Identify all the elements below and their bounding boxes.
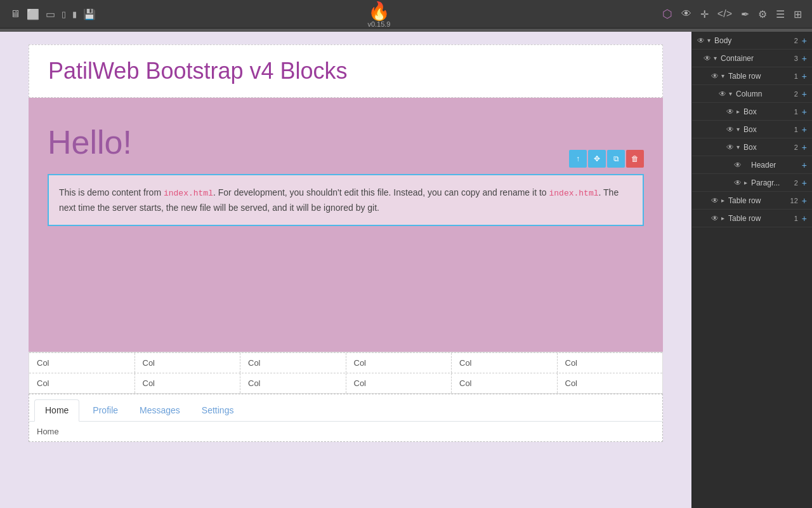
panel-count-box-3: 2 [794,144,798,151]
panel-add-tablerow-1[interactable]: + [802,71,807,81]
panel-add-container[interactable]: + [802,53,807,64]
move-button[interactable]: ✥ [588,150,606,168]
app-logo: 🔥 [368,1,390,22]
eye-icon-tablerow-3[interactable]: 👁 [711,214,719,223]
move-up-button[interactable]: ↑ [569,150,587,168]
eye-icon-box-2[interactable]: 👁 [726,125,734,134]
col-cell-1-4: Col [346,353,452,373]
chevron-tablerow-2: ▸ [721,197,724,204]
panel-label-box-2: Box [743,125,792,134]
shape-icon[interactable]: ⬡ [662,7,672,21]
home-content: Home [29,422,662,441]
panel-count-tablerow-2: 12 [790,197,798,204]
panel-item-paragr[interactable]: 👁 ▸ Paragr... 2 + [692,174,812,192]
panel-add-box-3[interactable]: + [802,142,807,152]
canvas-area[interactable]: PatilWeb Bootstrap v4 Blocks Hello! ↑ ✥ … [0,32,691,508]
crosshair-icon[interactable]: ✛ [700,8,709,20]
col-row-1: Col Col Col Col Col Col Col Col Col Col … [29,352,663,394]
eye-icon-box-3[interactable]: 👁 [726,143,734,152]
delete-button[interactable]: 🗑 [626,150,644,168]
panel-label-container: Container [721,54,792,63]
col-cell-1-6: Col [558,353,663,373]
menu-icon[interactable]: ☰ [776,8,785,20]
panel-item-container[interactable]: 👁 ▾ Container 3 + [692,50,812,67]
paragraph-box[interactable]: This is demo content from index.html. Fo… [48,174,644,226]
save-icon[interactable]: 💾 [83,8,96,20]
monitor-icon[interactable]: 🖥 [10,8,20,20]
page-title: PatilWeb Bootstrap v4 Blocks [48,58,643,84]
panel-add-header[interactable]: + [802,160,807,170]
panel-label-body: Body [714,36,792,45]
panel-count-paragr: 2 [794,179,798,187]
chevron-tablerow-1: ▾ [721,72,724,79]
chevron-box-1: ▸ [737,108,740,115]
toolbar-left: 🖥 ⬜ ▭ ▯ ▮ 💾 [10,8,96,20]
panel-label-header: Header [751,161,796,170]
code-icon[interactable]: </> [717,8,732,20]
panel-item-box-2[interactable]: 👁 ▾ Box 1 + [692,121,812,138]
panel-add-tablerow-2[interactable]: + [802,196,807,206]
tab-messages[interactable]: Messages [129,399,191,421]
canvas-inner: PatilWeb Bootstrap v4 Blocks Hello! ↑ ✥ … [29,44,663,442]
eye-icon-header[interactable]: 👁 [734,161,742,170]
chevron-tablerow-3: ▸ [721,215,724,222]
panel-item-tablerow-2[interactable]: 👁 ▸ Table row 12 + [692,192,812,210]
chevron-box-2: ▾ [737,126,740,133]
mobile-short-icon[interactable]: ▮ [72,10,77,19]
panel-label-tablerow-1: Table row [728,72,792,81]
panel-count-box-1: 1 [794,108,798,116]
panel-label-paragr: Paragr... [751,178,792,187]
panel-add-paragr[interactable]: + [802,178,807,188]
col-cell-2-2: Col [135,373,241,393]
panel-count-box-2: 1 [794,126,798,133]
panel-add-tablerow-3[interactable]: + [802,213,807,224]
panel-item-box-3[interactable]: 👁 ▾ Box 2 + [692,138,812,156]
tablet-landscape-icon[interactable]: ⬜ [27,8,39,20]
eye-icon-container[interactable]: 👁 [704,54,711,63]
col-cell-2-4: Col [346,373,452,393]
tab-settings[interactable]: Settings [191,399,245,421]
eye-icon-column[interactable]: 👁 [719,90,726,98]
tab-home[interactable]: Home [34,399,79,422]
copy-button[interactable]: ⧉ [607,150,625,168]
grid-icon[interactable]: ⊞ [794,8,802,20]
pink-section: Hello! ↑ ✥ ⧉ 🗑 This is demo content from… [29,98,663,352]
eye-icon-tablerow-1[interactable]: 👁 [711,72,719,81]
panel-count-body: 2 [794,37,798,44]
eye-icon-box-1[interactable]: 👁 [726,107,734,116]
panel-item-tablerow-1[interactable]: 👁 ▾ Table row 1 + [692,67,812,85]
settings-icon[interactable]: ⚙ [758,8,767,20]
panel-add-column[interactable]: + [802,89,807,99]
chevron-paragr: ▸ [744,179,747,186]
nav-tabs-row: Home Profile Messages Settings Home [29,394,663,442]
eye-icon[interactable]: 👁 [681,8,691,20]
panel-label-column: Column [736,90,792,98]
col-cell-2-1: Col [29,373,135,393]
col-cell-1-3: Col [240,353,346,373]
panel-item-body[interactable]: 👁 ▾ Body 2 + [692,32,812,50]
paragraph-toolbar: ↑ ✥ ⧉ 🗑 [569,150,644,168]
tablet-portrait-icon[interactable]: ▭ [46,8,55,20]
panel-count-tablerow-3: 1 [794,215,798,222]
panel-add-box-1[interactable]: + [802,107,807,117]
col-cell-2-3: Col [240,373,346,393]
panel-item-tablerow-3[interactable]: 👁 ▸ Table row 1 + [692,210,812,227]
panel-item-header[interactable]: 👁 ▸ Header + [692,156,812,174]
eye-icon-tablerow-2[interactable]: 👁 [711,196,719,205]
pen-icon[interactable]: ✒ [741,8,749,20]
eye-icon-paragr[interactable]: 👁 [734,178,742,187]
col-cell-1-5: Col [452,353,558,373]
panel-count-tablerow-1: 1 [794,72,798,80]
chevron-container: ▾ [714,55,717,62]
col-row-1-inner: Col Col Col Col Col Col [29,352,662,373]
eye-icon-body[interactable]: 👁 [697,36,705,45]
panel-add-body[interactable]: + [802,36,807,46]
panel-item-box-1[interactable]: 👁 ▸ Box 1 + [692,103,812,121]
panel-add-box-2[interactable]: + [802,124,807,135]
main-layout: PatilWeb Bootstrap v4 Blocks Hello! ↑ ✥ … [0,32,812,508]
tab-profile[interactable]: Profile [82,399,129,421]
col-cell-1-2: Col [135,353,241,373]
mobile-tall-icon[interactable]: ▯ [62,10,66,19]
toolbar-right: ⬡ 👁 ✛ </> ✒ ⚙ ☰ ⊞ [662,7,802,21]
panel-item-column[interactable]: 👁 ▾ Column 2 + [692,85,812,103]
